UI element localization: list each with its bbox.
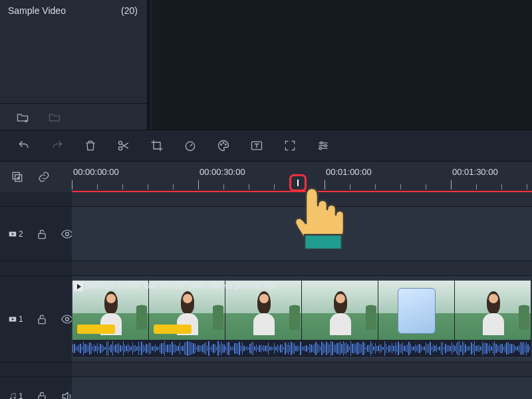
svg-point-0	[119, 141, 122, 144]
color-palette-icon[interactable]	[217, 139, 230, 152]
svg-rect-18	[39, 319, 45, 324]
track-spacer	[0, 362, 532, 377]
undo-icon[interactable]	[17, 139, 31, 152]
svg-point-8	[325, 144, 327, 146]
new-folder-add-icon[interactable]	[16, 110, 29, 124]
delete-icon[interactable]	[84, 139, 97, 152]
timeline-tracks: 2 1	[0, 192, 532, 399]
track-header-v2: 2	[0, 207, 72, 261]
bin-name-label: Sample Video	[8, 5, 66, 16]
svg-rect-22	[39, 396, 45, 399]
track-label-a1: 1	[8, 392, 23, 400]
fullscreen-icon[interactable]	[283, 139, 297, 152]
crop-icon[interactable]	[150, 139, 164, 152]
track-spacer	[0, 261, 532, 276]
clip-waveform	[72, 340, 531, 357]
track-content-v1[interactable]: Đánh giá chi tiết "Vivo V20 SE" phiên bả…	[72, 276, 532, 362]
track-content-v2[interactable]	[72, 207, 532, 261]
lock-icon[interactable]	[35, 390, 49, 400]
add-track-icon[interactable]	[11, 170, 24, 184]
sliders-icon[interactable]	[317, 139, 330, 152]
svg-point-9	[319, 148, 321, 150]
track-header-v1: 1	[0, 276, 72, 362]
clip-title: Đánh giá chi tiết "Vivo V20 SE" phiên bả…	[86, 282, 529, 291]
track-header-a1: 1	[0, 377, 72, 399]
preview-panel	[152, 0, 532, 130]
track-video-1: 1 Đánh giá chi tiết "Vivo V20 SE" phiên …	[0, 276, 532, 362]
new-folder-icon[interactable]	[48, 110, 61, 124]
lock-icon[interactable]	[35, 313, 49, 326]
scissors-icon[interactable]	[117, 139, 130, 152]
svg-point-4	[223, 142, 224, 144]
track-label-v1: 1	[8, 315, 23, 324]
track-audio-1: 1	[0, 377, 532, 399]
timeline-playhead[interactable]	[289, 174, 307, 192]
track-video-2: 2	[0, 207, 532, 261]
speed-icon[interactable]	[184, 139, 197, 152]
ruler-left-tools	[0, 162, 72, 192]
svg-point-21	[14, 397, 15, 398]
svg-point-5	[225, 144, 227, 146]
link-icon[interactable]	[37, 170, 51, 184]
lock-icon[interactable]	[35, 227, 49, 241]
media-bin-panel: Sample Video (20)	[0, 0, 150, 130]
track-spacer	[0, 192, 532, 207]
track-content-a1[interactable]	[72, 377, 532, 399]
redo-icon[interactable]	[51, 139, 64, 152]
svg-point-19	[65, 317, 68, 321]
text-overlay-icon[interactable]	[250, 139, 263, 152]
svg-point-7	[321, 142, 323, 144]
svg-point-3	[221, 144, 222, 146]
video-clip[interactable]: Đánh giá chi tiết "Vivo V20 SE" phiên bả…	[72, 280, 532, 358]
svg-point-1	[119, 147, 122, 150]
clip-play-icon[interactable]	[74, 282, 83, 291]
bin-footer-toolbar	[0, 103, 147, 130]
svg-point-2	[186, 142, 194, 150]
editor-toolbar	[0, 130, 532, 162]
svg-point-15	[65, 232, 68, 235]
timeline-ruler-bar: 00:00:00:0000:00:30:0000:01:00:0000:01:3…	[0, 162, 532, 192]
svg-rect-14	[39, 233, 45, 239]
bin-item-row[interactable]: Sample Video (20)	[0, 0, 147, 16]
track-label-v2: 2	[8, 229, 23, 239]
bin-count-label: (20)	[121, 5, 138, 16]
